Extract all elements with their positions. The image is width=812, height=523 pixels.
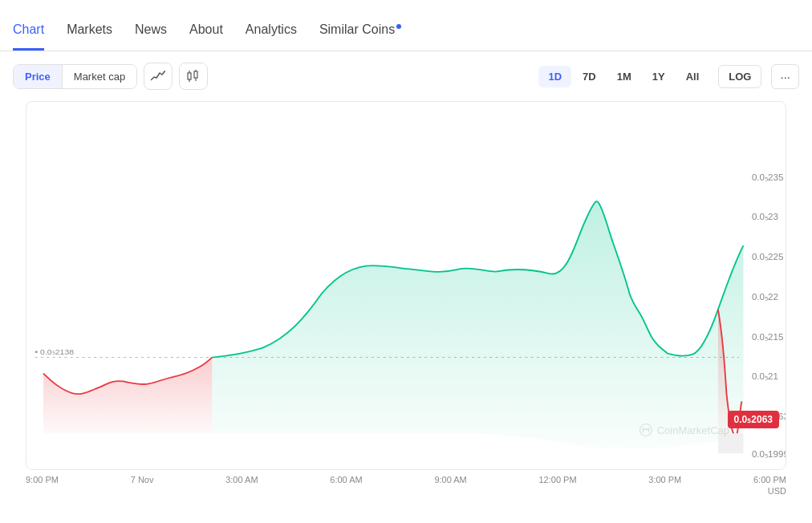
- svg-text:0.0₅1999: 0.0₅1999: [752, 449, 786, 459]
- svg-text:• 0.0₅2138: • 0.0₅2138: [35, 347, 75, 356]
- candle-icon: [186, 70, 201, 83]
- tab-markets[interactable]: Markets: [67, 22, 112, 51]
- price-marketcap-toggle: Price Market cap: [13, 64, 137, 89]
- tab-navigation: Chart Markets News About Analytics Simil…: [0, 0, 812, 51]
- svg-text:0.0₅215: 0.0₅215: [752, 332, 783, 342]
- time-7d[interactable]: 7D: [573, 66, 606, 87]
- candle-chart-button[interactable]: [179, 63, 208, 90]
- market-cap-button[interactable]: Market cap: [63, 65, 136, 88]
- cmc-logo: [639, 423, 653, 437]
- watermark: CoinMarketCap: [639, 423, 729, 437]
- svg-text:0.0₅23: 0.0₅23: [752, 213, 778, 222]
- time-1m[interactable]: 1M: [607, 66, 641, 87]
- svg-rect-0: [188, 73, 191, 79]
- log-scale-button[interactable]: LOG: [718, 65, 761, 88]
- notification-dot: [396, 24, 401, 29]
- time-all[interactable]: All: [676, 66, 709, 87]
- tab-chart[interactable]: Chart: [13, 22, 44, 51]
- svg-text:0.0₅22: 0.0₅22: [752, 292, 778, 302]
- red-area-left: [43, 358, 212, 434]
- time-1d[interactable]: 1D: [538, 66, 571, 87]
- time-range-group: 1D 7D 1M 1Y All: [538, 66, 708, 87]
- chart-svg: 0.0₅235 0.0₅23 0.0₅225 0.0₅22 0.0₅215 0.…: [26, 102, 786, 469]
- svg-rect-3: [194, 71, 197, 78]
- line-chart-button[interactable]: [144, 63, 173, 90]
- svg-text:0.0₅225: 0.0₅225: [752, 252, 783, 262]
- more-options-button[interactable]: ···: [771, 64, 799, 89]
- x-axis-labels: 9:00 PM 7 Nov 3:00 AM 6:00 AM 9:00 AM 12…: [13, 470, 799, 484]
- tab-analytics[interactable]: Analytics: [246, 22, 297, 51]
- time-1y[interactable]: 1Y: [643, 66, 675, 87]
- line-icon: [151, 71, 165, 82]
- price-chart: 0.0₅235 0.0₅23 0.0₅225 0.0₅22 0.0₅215 0.…: [26, 101, 786, 470]
- tab-about[interactable]: About: [189, 22, 223, 51]
- svg-text:0.0₅21: 0.0₅21: [752, 372, 778, 382]
- price-button[interactable]: Price: [14, 65, 63, 88]
- tab-news[interactable]: News: [135, 22, 167, 51]
- svg-point-18: [639, 424, 652, 436]
- green-area: [212, 201, 743, 449]
- current-price-badge: 0.0₅2063: [728, 411, 779, 428]
- chart-toolbar: Price Market cap 1D 7D 1M 1Y All LOG ···: [0, 51, 812, 101]
- svg-text:0.0₅235: 0.0₅235: [752, 172, 783, 182]
- usd-label: USD: [13, 486, 799, 496]
- tab-similar-coins[interactable]: Similar Coins: [319, 22, 401, 51]
